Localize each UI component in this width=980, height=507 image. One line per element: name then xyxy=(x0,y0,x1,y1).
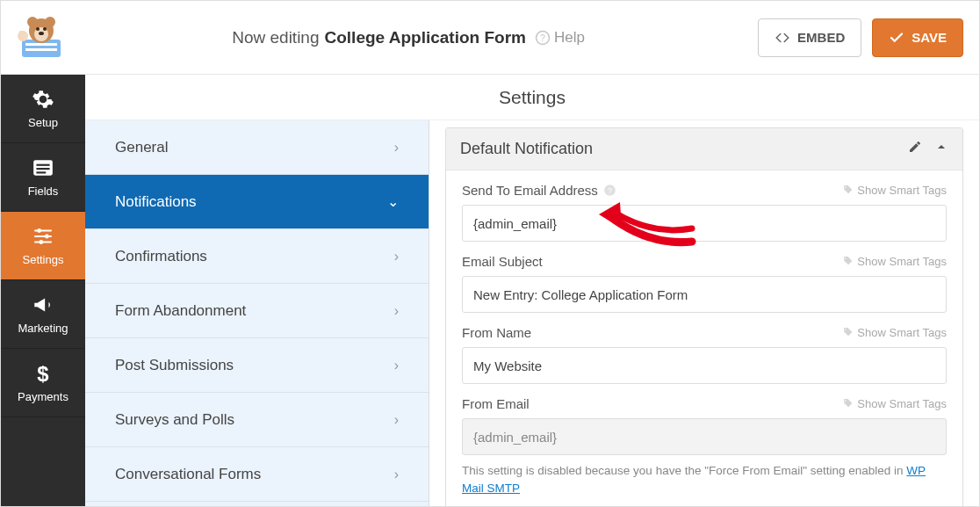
help-link[interactable]: ? Help xyxy=(535,29,585,47)
svg-rect-1 xyxy=(25,43,57,46)
svg-text:?: ? xyxy=(608,186,612,195)
notification-card: Default Notification xyxy=(445,127,963,506)
nav-fields[interactable]: Fields xyxy=(1,143,85,212)
submenu-notifications[interactable]: Notifications ⌄ xyxy=(85,175,429,229)
chevron-right-icon: › xyxy=(394,140,399,156)
submenu-surveys-polls[interactable]: Surveys and Polls › xyxy=(85,393,429,447)
svg-point-7 xyxy=(36,27,40,31)
submenu-confirmations[interactable]: Confirmations › xyxy=(85,229,429,284)
input-subject[interactable] xyxy=(462,276,947,313)
nav-setup[interactable]: Setup xyxy=(1,75,85,143)
submenu-form-abandonment[interactable]: Form Abandonment › xyxy=(85,284,429,338)
field-send-to: Send To Email Address ? Show Smart Tags xyxy=(462,183,947,242)
svg-point-5 xyxy=(45,17,55,27)
top-bar: Now editing College Application Form ? H… xyxy=(1,1,979,75)
sliders-icon xyxy=(32,225,54,248)
field-from-email: From Email Show Smart Tags This setting … xyxy=(462,396,947,496)
svg-text:?: ? xyxy=(540,32,545,42)
svg-point-20 xyxy=(39,240,43,244)
input-from-name[interactable] xyxy=(462,347,947,384)
svg-rect-11 xyxy=(19,31,25,34)
settings-submenu: General › Notifications ⌄ Confirmations … xyxy=(85,120,429,506)
chevron-right-icon: › xyxy=(394,303,399,319)
nav-settings[interactable]: Settings xyxy=(1,212,85,280)
svg-point-19 xyxy=(45,235,49,239)
content-area: Default Notification xyxy=(429,120,979,506)
label-subject: Email Subject xyxy=(462,254,543,269)
svg-rect-16 xyxy=(36,168,49,170)
svg-point-18 xyxy=(37,228,41,233)
code-icon xyxy=(775,30,790,46)
field-from-name: From Name Show Smart Tags xyxy=(462,325,947,384)
dollar-icon: $ xyxy=(32,362,54,385)
form-name: College Application Form xyxy=(325,28,526,47)
tag-icon xyxy=(842,327,854,338)
nav-payments[interactable]: $ Payments xyxy=(1,349,85,417)
svg-point-8 xyxy=(43,27,47,31)
help-icon[interactable]: ? xyxy=(603,184,616,197)
gear-icon xyxy=(32,88,54,111)
from-email-note: This setting is disabled because you hav… xyxy=(462,462,947,496)
list-icon xyxy=(32,156,54,179)
chevron-right-icon: › xyxy=(394,467,399,482)
field-subject: Email Subject Show Smart Tags xyxy=(462,254,947,313)
tag-icon xyxy=(842,256,854,267)
page-title: Settings xyxy=(85,75,979,120)
svg-point-9 xyxy=(39,32,44,35)
chevron-right-icon: › xyxy=(394,412,399,428)
svg-rect-2 xyxy=(25,48,57,51)
smart-tags-toggle[interactable]: Show Smart Tags xyxy=(842,326,947,339)
submenu-conversational-forms[interactable]: Conversational Forms › xyxy=(85,447,429,502)
smart-tags-toggle[interactable]: Show Smart Tags xyxy=(842,184,947,197)
svg-rect-17 xyxy=(36,171,46,173)
help-icon: ? xyxy=(535,30,551,46)
submenu-post-submissions[interactable]: Post Submissions › xyxy=(85,338,429,393)
card-header: Default Notification xyxy=(446,128,962,170)
tag-icon xyxy=(842,185,854,196)
smart-tags-toggle[interactable]: Show Smart Tags xyxy=(842,397,947,410)
tag-icon xyxy=(842,398,854,409)
svg-point-4 xyxy=(27,17,38,27)
chevron-down-icon: ⌄ xyxy=(387,193,399,210)
card-title: Default Notification xyxy=(460,140,593,158)
input-from-email xyxy=(462,418,947,455)
editing-prefix: Now editing xyxy=(232,28,319,47)
save-button[interactable]: SAVE xyxy=(872,18,963,57)
label-send-to: Send To Email Address ? xyxy=(462,183,616,198)
chevron-right-icon: › xyxy=(394,249,399,264)
collapse-icon[interactable] xyxy=(934,140,948,158)
nav-marketing[interactable]: Marketing xyxy=(1,280,85,349)
chevron-right-icon: › xyxy=(394,358,399,373)
edit-icon[interactable] xyxy=(908,140,922,158)
app-logo xyxy=(13,10,69,66)
svg-rect-15 xyxy=(36,164,49,166)
bullhorn-icon xyxy=(32,293,54,316)
check-icon xyxy=(889,30,904,46)
label-from-email: From Email xyxy=(462,396,530,411)
primary-nav: Setup Fields Settings Marketing $ Paymen… xyxy=(1,75,85,506)
input-send-to[interactable] xyxy=(462,205,947,242)
svg-text:$: $ xyxy=(37,362,48,385)
embed-button[interactable]: EMBED xyxy=(758,18,861,57)
label-from-name: From Name xyxy=(462,325,531,340)
editing-title: Now editing College Application Form ? H… xyxy=(232,28,585,47)
smart-tags-toggle[interactable]: Show Smart Tags xyxy=(842,255,947,268)
submenu-general[interactable]: General › xyxy=(85,120,429,175)
